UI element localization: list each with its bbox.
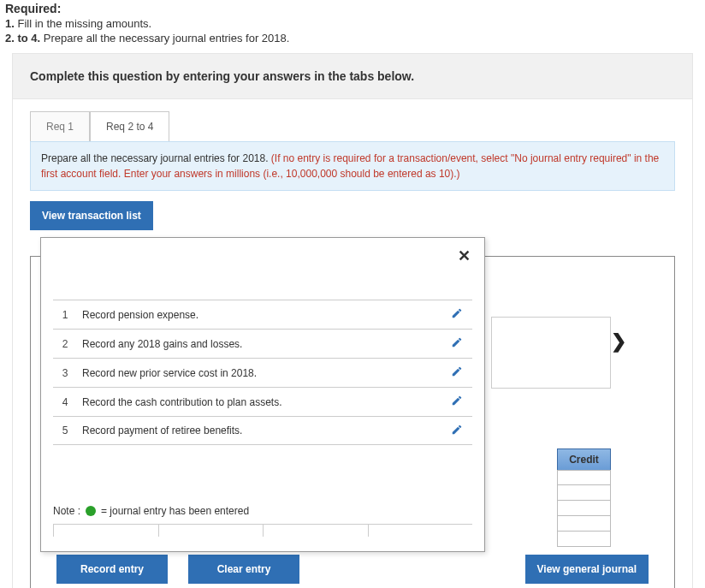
transaction-num: 3	[53, 367, 77, 379]
pencil-icon[interactable]	[441, 424, 472, 438]
transaction-desc: Record pension expense.	[77, 309, 441, 321]
transaction-num: 5	[53, 425, 77, 437]
clear-entry-button[interactable]: Clear entry	[188, 555, 299, 584]
view-transaction-list-button[interactable]: View transaction list	[30, 201, 153, 230]
credit-cell[interactable]	[557, 516, 611, 532]
transaction-num: 1	[53, 309, 77, 321]
entry-buttons-row: Record entry Clear entry View general jo…	[31, 555, 674, 584]
credit-cells	[557, 470, 611, 547]
transaction-row[interactable]: 4 Record the cash contribution to plan a…	[53, 387, 472, 416]
entered-indicator-icon	[86, 506, 96, 516]
note-main: Prepare all the necessary journal entrie…	[41, 152, 271, 164]
transaction-desc: Record the cash contribution to plan ass…	[77, 396, 441, 408]
credit-cell[interactable]	[557, 470, 611, 485]
transaction-close-row: ✕	[41, 238, 484, 265]
transaction-desc: Record any 2018 gains and losses.	[77, 338, 441, 350]
transaction-num: 4	[53, 396, 77, 408]
transaction-row[interactable]: 2 Record any 2018 gains and losses.	[53, 329, 472, 358]
record-entry-button[interactable]: Record entry	[56, 555, 168, 584]
tab-req2to4[interactable]: Req 2 to 4	[90, 111, 169, 141]
pencil-icon[interactable]	[441, 365, 472, 380]
required-line-1: 1. Fill in the missing amounts.	[5, 17, 700, 30]
transaction-list-panel: ✕ 1 Record pension expense. 2 Record any…	[40, 237, 485, 552]
tab-req1[interactable]: Req 1	[30, 111, 90, 141]
transaction-list: 1 Record pension expense. 2 Record any 2…	[53, 300, 472, 445]
credit-header: Credit	[557, 448, 611, 471]
required-line-2: 2. to 4. Prepare all the necessary journ…	[5, 32, 700, 45]
instruction-note: Prepare all the necessary journal entrie…	[30, 141, 675, 191]
journal-entry-table-fragment	[491, 317, 611, 389]
transaction-row[interactable]: 5 Record payment of retiree benefits.	[53, 416, 472, 445]
note-text: = journal entry has been entered	[101, 505, 249, 517]
transaction-num: 2	[53, 338, 77, 350]
pencil-icon[interactable]	[441, 336, 472, 351]
tab-row: Req 1 Req 2 to 4	[13, 99, 692, 141]
required-title: Required:	[5, 2, 700, 15]
req2-text: Prepare all the necessary journal entrie…	[40, 32, 289, 45]
next-arrow-icon[interactable]: ❯	[611, 330, 626, 353]
required-block: Required: 1. Fill in the missing amounts…	[0, 0, 705, 53]
main-panel: Complete this question by entering your …	[12, 53, 693, 588]
credit-cell[interactable]	[557, 501, 611, 516]
req1-text: Fill in the missing amounts.	[15, 17, 151, 30]
workspace: ❯ Credit Record entry Clear entry View g…	[30, 237, 675, 588]
transaction-row[interactable]: 3 Record new prior service cost in 2018.	[53, 358, 472, 387]
close-icon[interactable]: ✕	[458, 247, 471, 264]
entry-note: Note : = journal entry has been entered	[53, 505, 472, 517]
credit-cell[interactable]	[557, 485, 611, 501]
view-general-journal-button[interactable]: View general journal	[525, 555, 649, 584]
pencil-icon[interactable]	[441, 395, 472, 409]
pencil-icon[interactable]	[441, 307, 472, 322]
panel-header: Complete this question by entering your …	[13, 54, 692, 99]
req2-num: 2. to 4.	[5, 32, 40, 45]
transaction-row[interactable]: 1 Record pension expense.	[53, 300, 472, 329]
transaction-footer-grid	[53, 524, 472, 536]
note-prefix: Note :	[53, 505, 80, 517]
transaction-desc: Record new prior service cost in 2018.	[77, 367, 441, 379]
req1-num: 1.	[5, 17, 15, 30]
transaction-desc: Record payment of retiree benefits.	[77, 425, 441, 437]
credit-cell[interactable]	[557, 532, 611, 547]
